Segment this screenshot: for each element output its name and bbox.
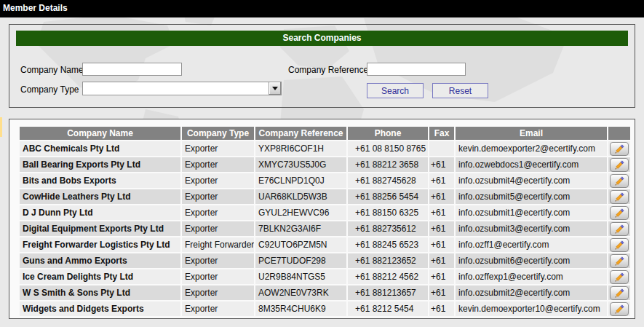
phone-cell: +61 88256 5454 <box>348 189 428 204</box>
fax-cell: +61 <box>429 205 454 220</box>
table-row: CowHide Leathers Pty LtdExporterUAR68KLD… <box>20 189 630 204</box>
reference-cell: 8M35R4CHU6K9 <box>255 302 346 316</box>
email-cell: info.ozsubmit2@ecertify.com <box>456 285 607 300</box>
results-panel: Company Name Company Type Company Refere… <box>9 119 635 319</box>
phone-cell: +61 882745628 <box>348 173 428 188</box>
fax-cell: +61 <box>429 269 454 284</box>
fax-cell: +61 <box>429 157 454 172</box>
chevron-down-icon[interactable] <box>269 82 281 95</box>
pencil-icon <box>614 208 625 218</box>
name-cell: Ball Bearing Exports Pty Ltd <box>20 157 180 172</box>
email-cell: info.ozsubmit3@ecertify.com <box>456 221 607 236</box>
phone-cell: +61 08 8150 8765 <box>348 141 428 156</box>
reference-cell: GYUL2HEWVC96 <box>255 205 346 220</box>
search-panel-title: Search Companies <box>282 33 361 43</box>
reference-cell: C92UTO6PZM5N <box>255 237 346 252</box>
company-type-select[interactable] <box>82 82 282 95</box>
company-name-input[interactable] <box>82 63 182 76</box>
table-row: Digital Equipment Exports Pty LtdExporte… <box>20 221 630 236</box>
pencil-icon <box>614 176 625 186</box>
pencil-icon <box>614 272 625 283</box>
reference-cell: PCE7TUDOF298 <box>255 253 346 268</box>
fax-cell: +61 <box>429 173 454 188</box>
edit-cell <box>608 141 630 156</box>
type-cell: Exporter <box>182 302 254 316</box>
type-cell: Exporter <box>182 189 254 204</box>
name-cell: Digital Equipment Exports Pty Ltd <box>20 221 180 236</box>
reset-button[interactable]: Reset <box>432 83 488 98</box>
edit-row-button[interactable] <box>610 190 629 204</box>
type-cell: Exporter <box>182 205 254 220</box>
edit-row-button[interactable] <box>610 174 629 188</box>
edit-cell <box>608 157 630 172</box>
phone-cell: +61 88150 6325 <box>348 205 428 220</box>
name-cell: ABC Chemicals Pty Ltd <box>20 141 180 156</box>
email-cell: info.ozsubmit1@ecertify.com <box>456 205 607 220</box>
edit-row-button[interactable] <box>610 158 629 172</box>
table-row: Widgets and Didgets ExportsExporter8M35R… <box>20 302 630 316</box>
company-name-label: Company Name <box>20 65 84 75</box>
edit-cell <box>608 302 630 316</box>
table-row: Guns and Ammo ExportsExporterPCE7TUDOF29… <box>20 253 630 268</box>
edit-row-button[interactable] <box>610 270 629 284</box>
email-cell: info.ozwebdocs1@ecertify.com <box>456 157 607 172</box>
table-header-row: Company Name Company Type Company Refere… <box>20 127 630 140</box>
pencil-icon <box>614 192 625 202</box>
reference-cell: 7BLKN2G3AI6F <box>255 221 346 236</box>
pencil-icon <box>614 256 625 267</box>
name-cell: Bits and Bobs Exports <box>20 173 180 188</box>
email-cell: info.ozsubmit5@ecertify.com <box>456 189 607 204</box>
company-type-label: Company Type <box>20 84 79 95</box>
edit-row-button[interactable] <box>610 302 629 316</box>
phone-cell: +61 88245 6523 <box>348 237 428 252</box>
table-row: W S Smith & Sons Pty LtdExporterAOW2NE0V… <box>20 285 630 300</box>
edit-row-button[interactable] <box>610 206 629 220</box>
column-header-company-reference: Company Reference <box>255 127 346 140</box>
reference-cell: YXP8RI6COF1H <box>255 141 346 156</box>
edit-row-button[interactable] <box>610 142 629 156</box>
company-table-body: ABC Chemicals Pty LtdExporterYXP8RI6COF1… <box>20 141 630 316</box>
edge-highlight-strip <box>0 117 2 137</box>
reference-cell: XMYC73US5J0G <box>255 157 346 172</box>
name-cell: Ice Cream Delights Pty Ltd <box>20 269 180 284</box>
type-cell: Exporter <box>182 269 254 284</box>
search-panel-header: Search Companies <box>16 31 628 46</box>
fax-cell <box>429 141 454 156</box>
pencil-icon <box>614 288 625 299</box>
fax-cell: +61 <box>429 221 454 236</box>
table-row: Freight Forwarder Logistics Pty LtdFreig… <box>20 237 630 252</box>
name-cell: D J Dunn Pty Ltd <box>20 205 180 220</box>
phone-cell: +61 88212 4562 <box>348 269 428 284</box>
company-type-selected-value <box>83 82 269 95</box>
column-header-fax: Fax <box>429 127 454 140</box>
type-cell: Exporter <box>182 173 254 188</box>
company-reference-input[interactable] <box>367 63 466 76</box>
edit-row-button[interactable] <box>610 222 629 236</box>
reference-cell: E76CLNPD1Q0J <box>255 173 346 188</box>
edit-cell <box>608 269 630 284</box>
table-row: D J Dunn Pty LtdExporterGYUL2HEWVC96+61 … <box>20 205 630 220</box>
edit-row-button[interactable] <box>610 254 629 268</box>
search-button[interactable]: Search <box>367 83 424 98</box>
column-header-company-name: Company Name <box>20 127 180 140</box>
fax-cell: +61 <box>429 237 454 252</box>
email-cell: info.ozffexp1@ecertify.com <box>456 269 607 284</box>
reference-cell: AOW2NE0V73RK <box>255 285 346 300</box>
table-row: Ice Cream Delights Pty LtdExporterU2R9B8… <box>20 269 630 284</box>
column-header-company-type: Company Type <box>182 127 254 140</box>
reference-cell: UAR68KLD5W3B <box>255 189 346 204</box>
edit-cell <box>608 221 630 236</box>
type-cell: Freight Forwarder <box>182 237 254 252</box>
pencil-icon <box>614 240 625 251</box>
edit-row-button[interactable] <box>610 286 629 300</box>
fax-cell: +61 <box>429 189 454 204</box>
edit-cell <box>608 253 630 268</box>
page-header: Member Details <box>0 0 644 17</box>
edit-row-button[interactable] <box>610 238 629 252</box>
fax-cell: +61 <box>429 253 454 268</box>
type-cell: Exporter <box>182 285 254 300</box>
type-cell: Exporter <box>182 253 254 268</box>
edit-cell <box>608 205 630 220</box>
page-title: Member Details <box>3 3 68 13</box>
phone-cell: +61 882735612 <box>348 221 428 236</box>
